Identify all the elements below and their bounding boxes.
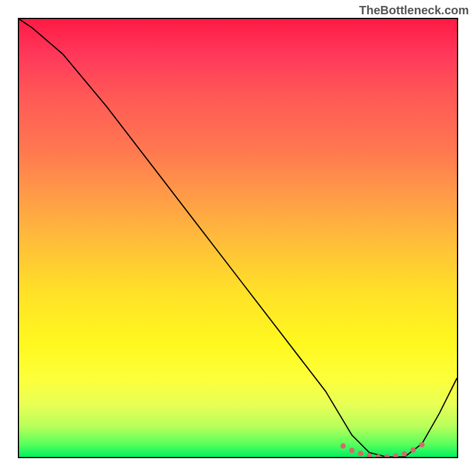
curve-path [19, 19, 457, 457]
highlight-dot [358, 451, 364, 456]
chart-svg-layer [19, 19, 457, 457]
highlight-dot [349, 447, 355, 453]
highlight-dot [384, 455, 390, 457]
chart-plot-area [18, 18, 458, 458]
highlight-dot [402, 451, 407, 456]
highlight-dot [340, 443, 346, 449]
watermark-text: TheBottleneck.com [359, 4, 469, 17]
highlight-dots-group [340, 442, 424, 457]
highlight-dot [411, 447, 416, 453]
highlight-dot [393, 453, 398, 457]
highlight-dot [419, 442, 425, 447]
black-curve-line [19, 19, 457, 457]
